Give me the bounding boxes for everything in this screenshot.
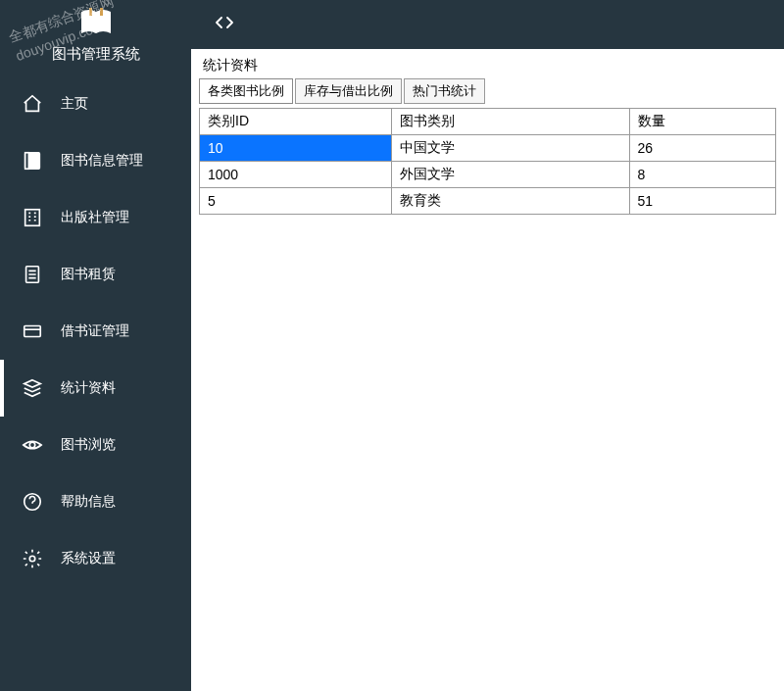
sidebar-item-label: 出版社管理 [61,209,129,226]
sidebar-item-2[interactable]: 出版社管理 [0,189,191,246]
sidebar-item-7[interactable]: 帮助信息 [0,473,191,530]
sidebar-item-label: 图书租赁 [61,266,116,283]
table-header: 图书类别 [392,109,630,135]
sidebar-item-1[interactable]: 图书信息管理 [0,132,191,189]
svg-rect-6 [24,326,41,337]
sidebar-item-8[interactable]: 系统设置 [0,530,191,587]
document-icon [22,264,43,285]
tabs: 各类图书比例库存与借出比例热门书统计 [199,78,776,104]
sidebar-item-label: 统计资料 [61,379,116,397]
table-cell: 51 [629,188,776,215]
sidebar-item-4[interactable]: 借书证管理 [0,303,191,360]
table-cell: 中国文学 [392,135,630,162]
sidebar-item-5[interactable]: 统计资料 [0,360,191,417]
main-content: 统计资料 各类图书比例库存与借出比例热门书统计 类别ID图书类别数量 10中国文… [191,49,784,691]
svg-rect-4 [25,210,40,226]
table-cell: 5 [200,188,392,215]
table-header: 类别ID [200,109,392,135]
table-body: 10中国文学261000外国文学85教育类51 [200,135,776,215]
table-cell: 8 [629,162,776,188]
gear-icon [22,548,43,569]
sidebar-item-label: 帮助信息 [61,493,116,511]
sidebar-item-label: 图书信息管理 [61,152,143,170]
help-icon [22,491,43,513]
sidebar-item-6[interactable]: 图书浏览 [0,417,191,473]
home-icon [22,93,43,115]
brand-title: 图书管理系统 [0,45,191,64]
building-icon [22,207,43,228]
table-cell: 10 [200,135,392,162]
tab-0[interactable]: 各类图书比例 [199,78,293,104]
brand: 图书管理系统 [0,0,191,75]
svg-rect-3 [25,153,29,170]
table-header: 数量 [629,109,776,135]
table-cell: 外国文学 [392,162,630,188]
sidebar-item-label: 系统设置 [61,550,116,568]
brand-icon [0,8,191,41]
tab-1[interactable]: 库存与借出比例 [295,78,402,104]
sidebar-item-0[interactable]: 主页 [0,75,191,132]
table-row[interactable]: 1000外国文学8 [200,162,776,188]
sidebar-item-label: 主页 [61,95,88,113]
svg-point-9 [29,556,35,562]
stack-icon [22,377,43,399]
sidebar-item-label: 图书浏览 [61,436,116,454]
table-cell: 教育类 [392,188,630,215]
panel-title: 统计资料 [199,55,776,76]
sidebar-item-3[interactable]: 图书租赁 [0,246,191,303]
stats-table: 类别ID图书类别数量 10中国文学261000外国文学85教育类51 [199,108,776,215]
svg-rect-0 [89,8,92,16]
svg-rect-1 [100,8,103,16]
sidebar: 图书管理系统 主页图书信息管理出版社管理图书租赁借书证管理统计资料图书浏览帮助信… [0,49,191,691]
book-icon [22,150,43,172]
table-row[interactable]: 10中国文学26 [200,135,776,162]
sidebar-item-label: 借书证管理 [61,322,129,340]
nav: 主页图书信息管理出版社管理图书租赁借书证管理统计资料图书浏览帮助信息系统设置 [0,75,191,587]
tab-2[interactable]: 热门书统计 [404,78,485,104]
card-icon [22,321,43,342]
eye-icon [22,434,43,456]
table-cell: 26 [629,135,776,162]
table-header-row: 类别ID图书类别数量 [200,109,776,135]
table-row[interactable]: 5教育类51 [200,188,776,215]
table-cell: 1000 [200,162,392,188]
fullscreen-toggle-icon[interactable] [216,16,233,33]
svg-point-7 [29,442,35,448]
